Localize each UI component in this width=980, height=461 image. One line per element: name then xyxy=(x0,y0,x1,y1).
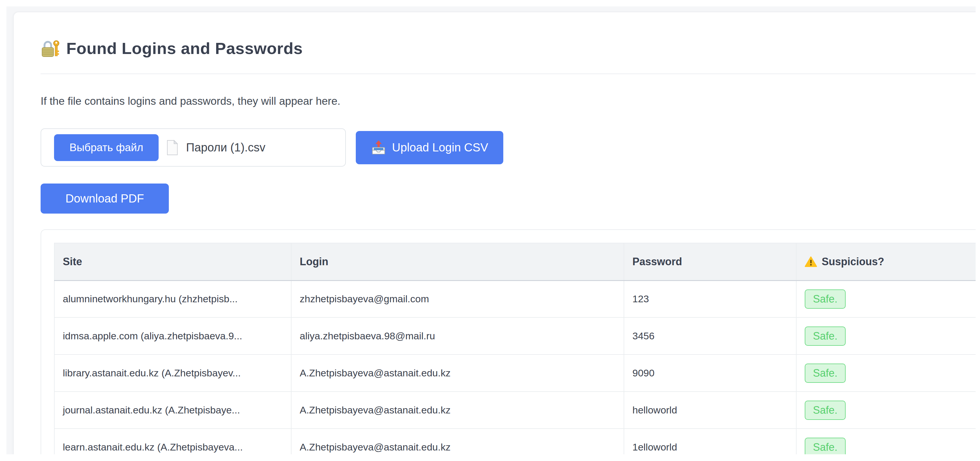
password-cell: 1elloworld xyxy=(624,429,796,454)
page: { "page": { "title": "Found Logins and P… xyxy=(0,0,980,461)
status-cell: Safe. xyxy=(796,355,975,391)
table-row: idmsa.apple.com (aliya.zhetpisbaeva.9...… xyxy=(54,317,975,355)
status-cell: Safe. xyxy=(796,391,975,429)
password-cell: 123 xyxy=(624,280,796,317)
status-badge: Safe. xyxy=(805,326,846,346)
login-cell: zhzhetpisbayeva@gmail.com xyxy=(291,280,624,317)
file-input[interactable]: Выбрать файл Пароли (1).csv xyxy=(41,128,346,166)
document-icon xyxy=(166,140,178,155)
site-cell: alumninetworkhungary.hu (zhzhetpisb... xyxy=(54,280,291,317)
upload-button-label: Upload Login CSV xyxy=(392,141,488,154)
status-cell: Safe. xyxy=(796,280,975,317)
upload-login-csv-button[interactable]: Upload Login CSV xyxy=(356,131,503,164)
password-cell: 3456 xyxy=(624,317,796,355)
status-badge: Safe. xyxy=(805,364,846,383)
warning-icon xyxy=(805,256,817,267)
login-cell: aliya.zhetpisbaeva.98@mail.ru xyxy=(291,317,624,355)
suspicious-header-label: Suspicious? xyxy=(822,256,884,268)
suspicious-header: Suspicious? xyxy=(796,243,975,280)
site-cell: learn.astanait.edu.kz (A.Zhetpisbayeva..… xyxy=(54,429,291,454)
login-cell: A.Zhetpisbayeva@astanait.edu.kz xyxy=(291,355,624,391)
status-badge: Safe. xyxy=(805,401,846,420)
content-card: Found Logins and Passwords If the file c… xyxy=(13,12,975,454)
table-row: journal.astanait.edu.kz (A.Zhetpisbaye..… xyxy=(54,391,975,429)
lock-and-key-icon xyxy=(41,38,60,58)
page-background: Found Logins and Passwords If the file c… xyxy=(6,6,975,454)
upload-controls: Выбрать файл Пароли (1).csv xyxy=(41,128,975,166)
login-header: Login xyxy=(291,243,624,280)
choose-file-button[interactable]: Выбрать файл xyxy=(54,134,159,161)
status-badge: Safe. xyxy=(805,438,846,455)
login-cell: A.Zhetpisbayeva@astanait.edu.kz xyxy=(291,429,624,454)
login-cell: A.Zhetpisbayeva@astanait.edu.kz xyxy=(291,391,624,429)
table-row: library.astanait.edu.kz (A.Zhetpisbayev.… xyxy=(54,355,975,391)
site-cell: journal.astanait.edu.kz (A.Zhetpisbaye..… xyxy=(54,391,291,429)
status-cell: Safe. xyxy=(796,317,975,355)
password-cell: helloworld xyxy=(624,391,796,429)
page-title: Found Logins and Passwords xyxy=(66,39,303,58)
page-subtitle: If the file contains logins and password… xyxy=(41,95,975,108)
table-header-row: Site Login Password xyxy=(54,243,975,280)
download-pdf-button[interactable]: Download PDF xyxy=(41,184,169,214)
password-header: Password xyxy=(624,243,796,280)
site-header: Site xyxy=(54,243,291,280)
title-divider xyxy=(41,73,975,74)
table-row: learn.astanait.edu.kz (A.Zhetpisbayeva..… xyxy=(54,429,975,454)
results-table-container: Site Login Password xyxy=(41,229,975,454)
selected-file-name: Пароли (1).csv xyxy=(186,141,265,154)
status-badge: Safe. xyxy=(805,290,846,309)
table-row: alumninetworkhungary.hu (zhzhetpisb... z… xyxy=(54,280,975,317)
password-cell: 9090 xyxy=(624,355,796,391)
page-title-row: Found Logins and Passwords xyxy=(41,38,975,59)
status-cell: Safe. xyxy=(796,429,975,454)
site-cell: idmsa.apple.com (aliya.zhetpisbaeva.9... xyxy=(54,317,291,355)
outbox-tray-icon xyxy=(371,140,386,155)
site-cell: library.astanait.edu.kz (A.Zhetpisbayev.… xyxy=(54,355,291,391)
logins-table: Site Login Password xyxy=(54,243,975,454)
